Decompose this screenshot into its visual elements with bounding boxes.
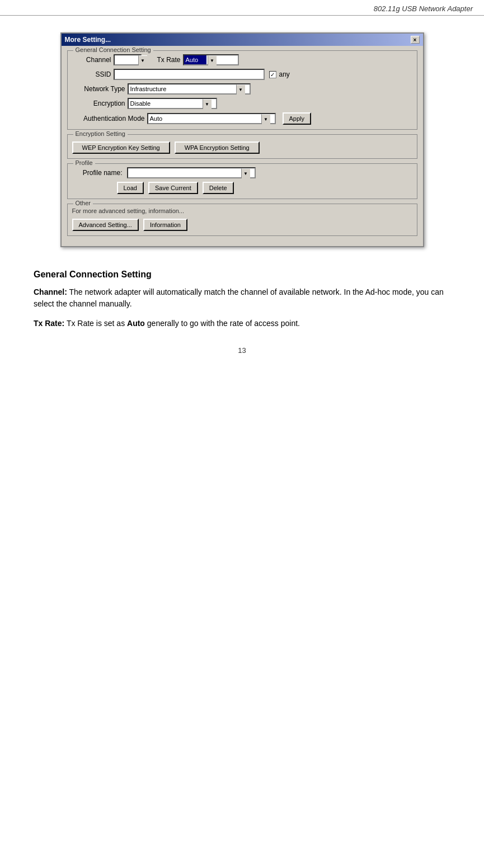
general-connection-group: General Connection Setting Channel ▼ Tx … [67, 50, 417, 130]
profile-group-label: Profile [73, 159, 95, 166]
general-group-label: General Connection Setting [73, 46, 153, 53]
profile-name-value [128, 168, 240, 177]
auth-mode-value: Auto [148, 114, 260, 123]
profile-name-select[interactable]: ▼ [127, 167, 256, 178]
txrate-select[interactable]: Auto ▼ [183, 54, 239, 65]
text-section: General Connection Setting Channel: The … [34, 270, 450, 329]
encryption-group-label: Encryption Setting [73, 130, 128, 137]
profile-name-label: Profile name: [72, 169, 123, 177]
network-type-value: Infrastructure [129, 84, 235, 93]
other-buttons-row: Advanced Setting... Information [72, 219, 412, 231]
txrate-term: Tx Rate: [34, 319, 64, 328]
txrate-para: Tx Rate: Tx Rate is set as Auto generall… [34, 318, 450, 329]
channel-term: Channel: [34, 287, 67, 296]
wep-button[interactable]: WEP Encryption Key Setting [72, 141, 170, 154]
auth-mode-select[interactable]: Auto ▼ [147, 113, 276, 124]
page-header: 802.11g USB Network Adapter [0, 0, 484, 16]
channel-row: Channel ▼ Tx Rate Auto ▼ [72, 54, 412, 65]
profile-name-row: Profile name: ▼ [72, 167, 412, 178]
delete-button[interactable]: Delete [203, 182, 234, 194]
any-label: any [279, 70, 290, 78]
encryption-buttons-row: WEP Encryption Key Setting WPA Encryptio… [72, 141, 412, 154]
apply-button[interactable]: Apply [283, 112, 312, 125]
dialog-window: More Setting... × General Connection Set… [60, 32, 424, 247]
profile-buttons-row: Load Save Current Delete [72, 182, 412, 194]
ssid-row: SSID ✓ any [72, 69, 412, 80]
network-type-row: Network Type Infrastructure ▼ [72, 83, 412, 95]
other-info-text: For more advanced setting, information..… [72, 207, 412, 214]
page-number: 13 [34, 346, 450, 355]
profile-group: Profile Profile name: ▼ Load Save Curren… [67, 163, 417, 199]
dialog-title: More Setting... [65, 36, 111, 44]
auth-mode-label: Authentication Mode [72, 115, 145, 122]
ssid-input[interactable] [114, 69, 265, 80]
txrate-label: Tx Rate [153, 56, 181, 64]
dialog-titlebar: More Setting... × [62, 34, 423, 46]
advanced-setting-button[interactable]: Advanced Setting... [72, 219, 139, 231]
other-group-label: Other [73, 200, 93, 206]
profile-name-arrow: ▼ [241, 168, 250, 178]
channel-label: Channel [72, 56, 111, 64]
load-button[interactable]: Load [117, 182, 144, 194]
encryption-row: Encryption Disable ▼ [72, 98, 412, 109]
channel-select[interactable]: ▼ [114, 54, 142, 65]
information-button[interactable]: Information [143, 219, 187, 231]
encryption-select[interactable]: Disable ▼ [128, 98, 217, 109]
close-button[interactable]: × [411, 36, 420, 44]
encryption-label: Encryption [72, 100, 125, 107]
network-type-arrow: ▼ [236, 84, 245, 95]
channel-dropdown-arrow: ▼ [138, 55, 147, 65]
auth-mode-arrow: ▼ [261, 114, 270, 124]
network-type-label: Network Type [72, 85, 125, 93]
txrate-text2: generally to go with the rate of access … [147, 319, 300, 328]
ssid-label: SSID [72, 70, 111, 78]
header-title: 802.11g USB Network Adapter [374, 4, 473, 13]
save-current-button[interactable]: Save Current [148, 182, 198, 194]
channel-para: Channel: The network adapter will automa… [34, 286, 450, 310]
auth-mode-row: Authentication Mode Auto ▼ Apply [72, 112, 412, 125]
txrate-auto-bold: Auto [127, 319, 145, 328]
close-icon: × [413, 37, 417, 43]
wpa-button[interactable]: WPA Encryption Setting [175, 141, 260, 154]
encryption-arrow: ▼ [203, 99, 212, 109]
general-section-heading: General Connection Setting [34, 270, 450, 280]
txrate-value: Auto [184, 55, 206, 64]
txrate-dropdown-arrow: ▼ [208, 55, 217, 65]
encryption-setting-group: Encryption Setting WEP Encryption Key Se… [67, 134, 417, 159]
network-type-select[interactable]: Infrastructure ▼ [128, 83, 251, 95]
encryption-value: Disable [129, 99, 201, 108]
any-checkbox[interactable]: ✓ [269, 71, 276, 78]
channel-value [115, 55, 137, 64]
other-group: Other For more advanced setting, informa… [67, 204, 417, 236]
channel-description: The network adapter will automatically m… [34, 287, 444, 308]
dialog-body: General Connection Setting Channel ▼ Tx … [62, 46, 423, 246]
txrate-text1: Tx Rate is set as [67, 319, 125, 328]
